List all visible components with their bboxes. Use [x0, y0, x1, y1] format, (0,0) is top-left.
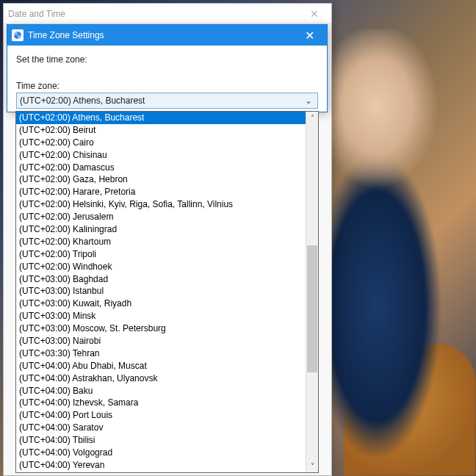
child-titlebar[interactable]: Time Zone Settings ✕: [7, 25, 327, 46]
parent-title: Date and Time: [8, 9, 302, 19]
timezone-option[interactable]: (UTC+02:00) Beirut: [16, 124, 306, 137]
timezone-field-label: Time zone:: [16, 81, 318, 91]
scroll-thumb[interactable]: [307, 245, 317, 373]
scroll-track[interactable]: [306, 124, 318, 460]
desktop-wallpaper: Date and Time ✕ Time Zone Settings ✕ Set…: [0, 0, 476, 476]
timezone-option[interactable]: (UTC+03:00) Nairobi: [16, 335, 306, 347]
timezone-option[interactable]: (UTC+03:30) Tehran: [16, 347, 306, 360]
timezone-option[interactable]: (UTC+04:00) Volgograd: [16, 447, 306, 459]
timezone-option[interactable]: (UTC+02:00) Chisinau: [16, 149, 306, 162]
scroll-up-icon[interactable]: ˄: [306, 112, 318, 124]
timezone-option[interactable]: (UTC+02:00) Cairo: [16, 137, 306, 149]
timezone-option[interactable]: (UTC+04:00) Izhevsk, Samara: [16, 397, 306, 409]
dropdown-scrollbar[interactable]: ˄ ˅: [306, 112, 318, 472]
timezone-option[interactable]: (UTC+04:00) Baku: [16, 385, 306, 397]
timezone-option[interactable]: (UTC+04:00) Astrakhan, Ulyanovsk: [16, 372, 306, 385]
timezone-option[interactable]: (UTC+04:30) Kabul: [16, 472, 306, 472]
parent-titlebar[interactable]: Date and Time ✕: [4, 4, 331, 24]
timezone-option[interactable]: (UTC+02:00) Harare, Pretoria: [16, 186, 306, 198]
combobox-value: (UTC+02:00) Athens, Bucharest: [20, 95, 303, 106]
chevron-down-icon: ⌄: [303, 95, 314, 106]
dialog-body: Set the time zone: Time zone: (UTC+02:00…: [7, 46, 327, 112]
dropdown-list: (UTC+02:00) Athens, Bucharest(UTC+02:00)…: [16, 112, 306, 472]
timezone-option[interactable]: (UTC+04:00) Saratov: [16, 422, 306, 434]
timezone-option[interactable]: (UTC+03:00) Baghdad: [16, 273, 306, 286]
child-title: Time Zone Settings: [28, 30, 295, 40]
timezone-option[interactable]: (UTC+03:00) Moscow, St. Petersburg: [16, 322, 306, 335]
timezone-option[interactable]: (UTC+04:00) Port Louis: [16, 409, 306, 422]
globe-icon: [12, 29, 24, 41]
timezone-option[interactable]: (UTC+02:00) Khartoum: [16, 236, 306, 248]
timezone-option[interactable]: (UTC+02:00) Jerusalem: [16, 211, 306, 223]
timezone-option[interactable]: (UTC+03:00) Istanbul: [16, 285, 306, 298]
close-icon[interactable]: ✕: [302, 8, 327, 20]
timezone-option[interactable]: (UTC+03:00) Minsk: [16, 310, 306, 322]
timezone-option[interactable]: (UTC+02:00) Windhoek: [16, 261, 306, 273]
timezone-option[interactable]: (UTC+02:00) Helsinki, Kyiv, Riga, Sofia,…: [16, 198, 306, 211]
timezone-combobox[interactable]: (UTC+02:00) Athens, Bucharest ⌄: [16, 93, 318, 109]
timezone-option[interactable]: (UTC+04:00) Abu Dhabi, Muscat: [16, 360, 306, 372]
timezone-option[interactable]: (UTC+04:00) Tbilisi: [16, 434, 306, 447]
timezone-option[interactable]: (UTC+02:00) Tripoli: [16, 248, 306, 261]
timezone-settings-window: Time Zone Settings ✕ Set the time zone: …: [7, 24, 328, 112]
close-button[interactable]: ✕: [295, 25, 324, 46]
set-timezone-label: Set the time zone:: [16, 54, 318, 65]
timezone-option[interactable]: (UTC+02:00) Gaza, Hebron: [16, 173, 306, 186]
scroll-down-icon[interactable]: ˅: [306, 460, 318, 472]
timezone-option[interactable]: (UTC+02:00) Damascus: [16, 162, 306, 174]
timezone-option[interactable]: (UTC+02:00) Athens, Bucharest: [16, 112, 306, 124]
timezone-option[interactable]: (UTC+03:00) Kuwait, Riyadh: [16, 298, 306, 310]
timezone-dropdown: (UTC+02:00) Athens, Bucharest(UTC+02:00)…: [15, 111, 319, 473]
timezone-option[interactable]: (UTC+04:00) Yerevan: [16, 459, 306, 472]
timezone-option[interactable]: (UTC+02:00) Kaliningrad: [16, 223, 306, 236]
